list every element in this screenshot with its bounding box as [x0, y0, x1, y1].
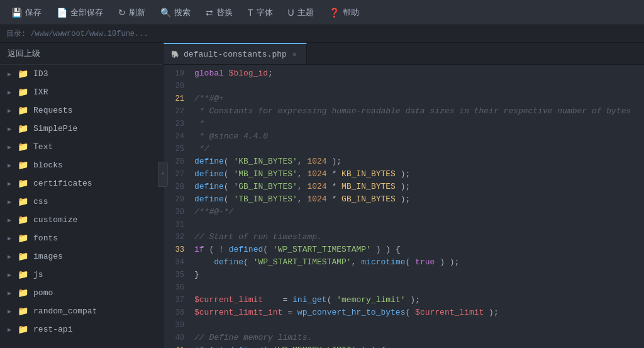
sidebar-item-label: ID3 — [33, 69, 48, 79]
sidebar-item-label: Text — [33, 142, 53, 152]
chevron-right-icon: ▶ — [8, 198, 11, 206]
line-content[interactable]: * Constants for expressing human-readabl… — [192, 105, 644, 118]
replace-button[interactable]: ⇄ 替换 — [199, 4, 239, 21]
folder-icon: 📁 — [18, 178, 28, 189]
line-content[interactable]: // Define memory limits. — [192, 332, 644, 344]
line-content[interactable]: */ — [192, 143, 644, 155]
line-content[interactable] — [192, 80, 644, 93]
line-number: 31 — [164, 218, 192, 231]
line-content[interactable]: * @since 4.4.0 — [192, 130, 644, 143]
sidebar-item-certificates[interactable]: ▶ 📁 certificates — [0, 174, 163, 193]
line-number: 40 — [164, 332, 192, 344]
folder-icon: 📁 — [18, 160, 28, 171]
table-row: 33if ( ! defined( 'WP_START_TIMESTAMP' )… — [164, 244, 644, 256]
sidebar-item-css[interactable]: ▶ 📁 css — [0, 193, 163, 211]
help-button[interactable]: ❓ 帮助 — [323, 4, 365, 21]
save-button[interactable]: 💾 保存 — [5, 4, 48, 21]
sidebar-item-label: customize — [33, 215, 77, 225]
table-row: 31 — [164, 218, 644, 231]
line-number: 37 — [164, 294, 192, 306]
line-number: 30 — [164, 206, 192, 218]
folder-icon: 📁 — [18, 233, 28, 244]
back-button[interactable]: 返回上级 — [0, 43, 163, 65]
sidebar-item-fonts[interactable]: ▶ 📁 fonts — [0, 229, 163, 247]
table-row: 32// Start of run timestamp. — [164, 231, 644, 244]
sidebar-item-requests[interactable]: ▶ 📁 Requests — [0, 101, 163, 120]
sidebar-item-label: random_compat — [33, 306, 97, 316]
sidebar-item-label: js — [33, 270, 43, 279]
sidebar-item-label: images — [33, 252, 63, 261]
line-content[interactable]: define( 'GB_IN_BYTES', 1024 * MB_IN_BYTE… — [192, 181, 644, 193]
line-content[interactable]: $current_limit = ini_get( 'memory_limit'… — [192, 294, 644, 306]
line-content[interactable]: global $blog_id; — [192, 67, 644, 80]
font-button[interactable]: T 字体 — [242, 4, 279, 21]
line-content[interactable]: if ( ! defined( 'WP_START_TIMESTAMP' ) )… — [192, 244, 644, 256]
line-number: 20 — [164, 80, 192, 93]
sidebar-item-id3[interactable]: ▶ 📁 ID3 — [0, 65, 163, 83]
line-content[interactable] — [192, 281, 644, 294]
chevron-right-icon: ▶ — [8, 125, 11, 133]
editor-tab[interactable]: 🐘 default-constants.php ✕ — [164, 43, 307, 64]
line-number: 35 — [164, 269, 192, 281]
table-row: 20 — [164, 80, 644, 93]
sidebar-item-random_compat[interactable]: ▶ 📁 random_compat — [0, 302, 163, 320]
sidebar-item-js[interactable]: ▶ 📁 js — [0, 266, 163, 284]
search-button[interactable]: 🔍 搜索 — [154, 4, 197, 21]
sidebar-item-label: pomo — [33, 288, 53, 298]
chevron-right-icon: ▶ — [8, 107, 11, 115]
line-content[interactable]: * — [192, 118, 644, 130]
chevron-right-icon: ▶ — [8, 180, 11, 188]
tab-bar: 🐘 default-constants.php ✕ — [164, 43, 644, 65]
sidebar-item-label: IXR — [33, 87, 48, 97]
theme-icon: U — [288, 8, 294, 18]
line-content[interactable] — [192, 218, 644, 231]
table-row: 30/**#@-*/ — [164, 206, 644, 218]
line-number: 21 — [164, 93, 192, 105]
sidebar-item-simplepie[interactable]: ▶ 📁 SimplePie — [0, 120, 163, 138]
line-content[interactable]: /**#@+ — [192, 93, 644, 105]
table-row: 23 * — [164, 118, 644, 130]
sidebar-item-label: Requests — [33, 106, 72, 115]
table-row: 41if ( ! defined( 'WP_MEMORY_LIMIT' ) ) … — [164, 344, 644, 348]
sidebar-collapse-button[interactable]: ‹ — [158, 162, 168, 187]
main-content: 返回上级 ▶ 📁 ID3 ▶ 📁 IXR ▶ 📁 Requests ▶ 📁 Si… — [0, 43, 644, 348]
table-row: 25 */ — [164, 143, 644, 155]
line-number: 39 — [164, 319, 192, 332]
directory-label: 目录: /www/wwwroot/www.10fune... — [6, 28, 148, 39]
editor-area: 🐘 default-constants.php ✕ 19global $blog… — [164, 43, 644, 348]
line-content[interactable]: $current_limit_int = wp_convert_hr_to_by… — [192, 306, 644, 319]
chevron-right-icon: ▶ — [8, 162, 11, 169]
folder-icon: 📁 — [18, 288, 28, 298]
line-content[interactable] — [192, 319, 644, 332]
tab-close-button[interactable]: ✕ — [291, 49, 299, 60]
sidebar-item-customize[interactable]: ▶ 📁 customize — [0, 211, 163, 229]
table-row: 39 — [164, 319, 644, 332]
chevron-right-icon: ▶ — [8, 308, 11, 315]
sidebar-item-ixr[interactable]: ▶ 📁 IXR — [0, 83, 163, 101]
line-content[interactable]: define( 'TB_IN_BYTES', 1024 * GB_IN_BYTE… — [192, 193, 644, 206]
sidebar-item-images[interactable]: ▶ 📁 images — [0, 247, 163, 266]
code-editor[interactable]: 19global $blog_id;20 21/**#@+22 * Consta… — [164, 65, 644, 348]
sidebar-item-text[interactable]: ▶ 📁 Text — [0, 138, 163, 156]
line-content[interactable]: } — [192, 269, 644, 281]
table-row: 29define( 'TB_IN_BYTES', 1024 * GB_IN_BY… — [164, 193, 644, 206]
sidebar-item-pomo[interactable]: ▶ 📁 pomo — [0, 284, 163, 302]
theme-button[interactable]: U 主题 — [282, 4, 320, 21]
line-number: 34 — [164, 256, 192, 269]
line-content[interactable]: // Start of run timestamp. — [192, 231, 644, 244]
table-row: 26define( 'KB_IN_BYTES', 1024 ); — [164, 155, 644, 168]
save-all-button[interactable]: 📄 全部保存 — [50, 4, 109, 21]
sidebar-item-blocks[interactable]: ▶ 📁 blocks — [0, 156, 163, 174]
folder-icon: 📁 — [18, 324, 28, 335]
folder-icon: 📁 — [18, 215, 28, 225]
table-row: 21/**#@+ — [164, 93, 644, 105]
refresh-button[interactable]: ↻ 刷新 — [112, 4, 152, 21]
line-content[interactable]: define( 'MB_IN_BYTES', 1024 * KB_IN_BYTE… — [192, 168, 644, 181]
line-content[interactable]: if ( ! defined( 'WP_MEMORY_LIMIT' ) ) { — [192, 344, 644, 348]
line-content[interactable]: define( 'KB_IN_BYTES', 1024 ); — [192, 155, 644, 168]
line-number: 33 — [164, 244, 192, 256]
sidebar-item-rest-api[interactable]: ▶ 📁 rest-api — [0, 320, 163, 339]
line-content[interactable]: define( 'WP_START_TIMESTAMP', microtime(… — [192, 256, 644, 269]
replace-icon: ⇄ — [206, 8, 213, 18]
line-content[interactable]: /**#@-*/ — [192, 206, 644, 218]
